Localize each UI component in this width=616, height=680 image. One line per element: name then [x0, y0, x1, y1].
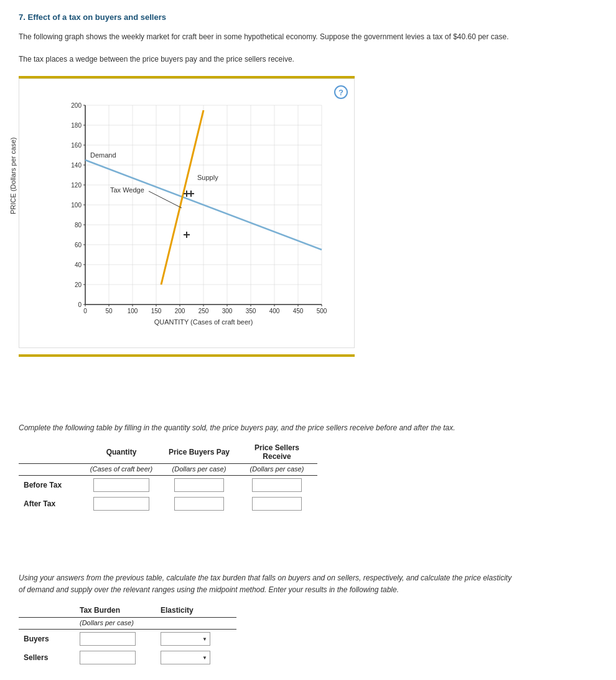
buyers-burden-cell: [75, 630, 156, 649]
before-tax-price-sellers-cell: [236, 476, 317, 495]
chart-container: ? PRICE (Dollars per case): [19, 78, 355, 348]
after-tax-price-buyers-cell: [162, 494, 236, 513]
tax-burden-header: Tax Burden: [75, 605, 156, 618]
buyers-elasticity-cell: elastic inelastic: [156, 630, 236, 649]
before-tax-row: Before Tax: [19, 476, 317, 495]
before-tax-quantity-input[interactable]: [93, 478, 149, 492]
svg-text:300: 300: [222, 308, 233, 314]
after-tax-row: After Tax: [19, 494, 317, 513]
sellers-elasticity-cell: elastic inelastic: [156, 648, 236, 667]
intro-text-1: The following graph shows the weekly mar…: [19, 31, 597, 42]
buyers-elasticity-select-wrapper: elastic inelastic: [161, 632, 210, 646]
intro-text-2: The tax places a wedge between the price…: [19, 54, 597, 65]
after-tax-price-sellers-input[interactable]: [252, 497, 302, 511]
before-tax-price-buyers-input[interactable]: [174, 478, 224, 492]
gold-bar-bottom: [19, 354, 355, 357]
section-heading: Effect of a tax on buyers and sellers: [27, 12, 166, 22]
after-tax-price-sellers-cell: [236, 494, 317, 513]
price-buyers-pay-header: Price Buyers Pay: [162, 442, 236, 464]
empty-header: [19, 442, 81, 464]
svg-text:200: 200: [71, 102, 82, 109]
empty-burden-subheader: [19, 618, 75, 630]
section-title: 7. Effect of a tax on buyers and sellers: [19, 12, 597, 22]
elasticity-header: Elasticity: [156, 605, 236, 618]
tax-burden-subheader: (Dollars per case): [75, 618, 156, 630]
burden-table: Tax Burden Elasticity (Dollars per case)…: [19, 605, 236, 667]
svg-text:100: 100: [128, 308, 138, 314]
tax-wedge-label: Tax Wedge: [110, 186, 144, 194]
supply-label: Supply: [197, 174, 218, 181]
svg-text:500: 500: [317, 308, 327, 314]
svg-text:450: 450: [293, 308, 304, 314]
after-tax-quantity-input[interactable]: [93, 497, 149, 511]
buyers-burden-row: Buyers elastic inelastic: [19, 630, 236, 649]
svg-text:50: 50: [105, 308, 113, 314]
svg-text:350: 350: [246, 308, 256, 314]
svg-text:QUANTITY (Cases of craft beer): QUANTITY (Cases of craft beer): [154, 318, 253, 326]
after-tax-quantity-cell: [81, 494, 162, 513]
sellers-label: Sellers: [19, 648, 75, 667]
svg-text:250: 250: [198, 308, 209, 314]
after-tax-label: After Tax: [19, 494, 81, 513]
help-button[interactable]: ?: [334, 85, 348, 99]
sellers-elasticity-select[interactable]: elastic inelastic: [161, 651, 210, 664]
svg-text:40: 40: [75, 262, 82, 268]
price-buyers-subheader: (Dollars per case): [162, 464, 236, 476]
sellers-elasticity-select-wrapper: elastic inelastic: [161, 651, 210, 664]
quantity-header: Quantity: [81, 442, 162, 464]
svg-line-75: [149, 191, 182, 208]
price-sellers-subheader: (Dollars per case): [236, 464, 317, 476]
svg-text:0: 0: [83, 308, 87, 314]
buyers-elasticity-select[interactable]: elastic inelastic: [161, 632, 210, 646]
svg-text:0: 0: [78, 301, 82, 308]
before-tax-price-sellers-input[interactable]: [252, 478, 302, 492]
y-axis-label: PRICE (Dollars per case): [9, 138, 17, 214]
svg-text:140: 140: [71, 162, 82, 169]
before-after-tax-table: Quantity Price Buyers Pay Price Sellers …: [19, 442, 317, 513]
svg-text:200: 200: [175, 308, 185, 314]
sellers-burden-row: Sellers elastic inelastic: [19, 648, 236, 667]
calc-text-1: Using your answers from the previous tab…: [19, 572, 597, 596]
sellers-burden-cell: [75, 648, 156, 667]
section-number: 7.: [19, 12, 26, 22]
svg-text:160: 160: [71, 142, 82, 149]
buyers-label: Buyers: [19, 630, 75, 649]
before-tax-label: Before Tax: [19, 476, 81, 495]
sellers-burden-input[interactable]: [80, 651, 136, 664]
elasticity-subheader: [156, 618, 236, 630]
chart-svg: PRICE (Dollars per case) 0: [48, 93, 347, 336]
svg-text:150: 150: [151, 308, 162, 314]
demand-label: Demand: [90, 151, 116, 159]
empty-subheader: [19, 464, 81, 476]
svg-text:180: 180: [71, 122, 82, 129]
svg-text:80: 80: [75, 222, 82, 229]
quantity-subheader: (Cases of craft beer): [81, 464, 162, 476]
price-sellers-receive-header: Price Sellers Receive: [236, 442, 317, 464]
before-tax-quantity-cell: [81, 476, 162, 495]
buyers-burden-input[interactable]: [80, 632, 136, 646]
svg-text:400: 400: [269, 308, 280, 314]
svg-text:60: 60: [75, 242, 82, 248]
svg-text:120: 120: [71, 182, 82, 189]
complete-table-text: Complete the following table by filling …: [19, 422, 597, 433]
svg-text:20: 20: [75, 281, 82, 288]
supply-line: [161, 110, 203, 285]
empty-burden-header: [19, 605, 75, 618]
before-tax-price-buyers-cell: [162, 476, 236, 495]
svg-text:100: 100: [71, 202, 82, 209]
after-tax-price-buyers-input[interactable]: [174, 497, 224, 511]
